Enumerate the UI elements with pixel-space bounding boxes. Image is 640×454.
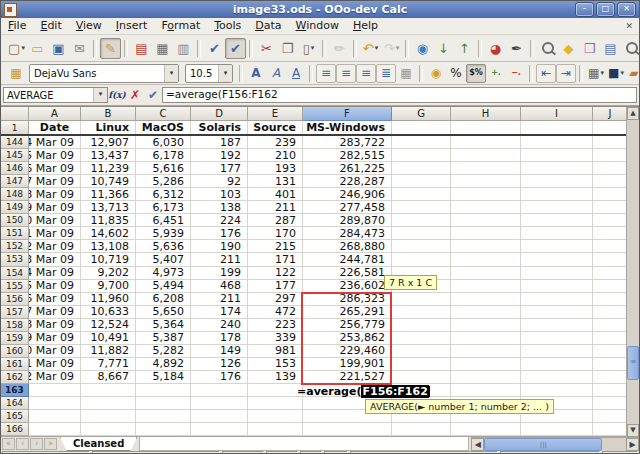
cell-E163[interactable] xyxy=(248,384,303,397)
cell-H1[interactable] xyxy=(451,121,521,134)
navigator-icon[interactable]: ◆ xyxy=(558,38,579,59)
cell-B151[interactable]: 14,602 xyxy=(81,227,136,240)
cell-J162[interactable] xyxy=(593,371,628,384)
vertical-scrollbar-thumb[interactable] xyxy=(627,346,639,380)
cell-E161[interactable]: 153 xyxy=(248,358,303,371)
cell-A156[interactable]: 16 Mar 09 xyxy=(29,293,81,306)
document-close-icon[interactable]: ✕ xyxy=(625,21,633,31)
cell-D148[interactable]: 103 xyxy=(191,188,248,201)
cell-H166[interactable] xyxy=(451,423,521,436)
scroll-up-icon[interactable]: ▲ xyxy=(627,107,639,120)
cell-B162[interactable]: 8,667 xyxy=(81,371,136,384)
cell-E150[interactable]: 287 xyxy=(248,214,303,227)
cell-J150[interactable] xyxy=(593,214,628,227)
cell-F153[interactable]: 244,781 xyxy=(303,253,392,266)
cell-E156[interactable]: 297 xyxy=(248,293,303,306)
align-right-icon[interactable]: ≡ xyxy=(356,64,376,83)
cell-B156[interactable]: 11,960 xyxy=(81,293,136,306)
cell-B161[interactable]: 7,771 xyxy=(81,358,136,371)
vertical-scrollbar[interactable]: ▲ ▼ xyxy=(626,107,639,437)
cell-G166[interactable] xyxy=(392,423,451,436)
cell-C153[interactable]: 5,407 xyxy=(136,253,191,266)
cell-H146[interactable] xyxy=(451,162,521,175)
menu-data[interactable]: Data xyxy=(248,18,288,34)
cell-E145[interactable]: 210 xyxy=(248,149,303,162)
cell-B160[interactable]: 11,882 xyxy=(81,345,136,358)
gallery-icon[interactable]: ❒ xyxy=(579,38,600,59)
cell-E162[interactable]: 139 xyxy=(248,371,303,384)
row-header-161[interactable]: 161 xyxy=(1,358,29,371)
copy-icon[interactable]: ❐ xyxy=(277,38,298,59)
email-icon[interactable]: ✉ xyxy=(69,38,90,59)
cell-A147[interactable]: 7 Mar 09 xyxy=(29,175,81,188)
background-color-icon[interactable]: ▰▾ xyxy=(626,64,640,83)
horizontal-scrollbar[interactable]: ◀ ▶ xyxy=(471,437,639,451)
cell-A166[interactable] xyxy=(29,423,81,436)
column-header-B[interactable]: B xyxy=(81,107,136,121)
print-icon[interactable]: ▦ xyxy=(152,38,173,59)
cell-D1[interactable]: Solaris xyxy=(191,121,248,134)
cell-D161[interactable]: 126 xyxy=(191,358,248,371)
cell-D145[interactable]: 192 xyxy=(191,149,248,162)
cell-G154[interactable] xyxy=(392,267,451,280)
bold-icon[interactable]: A xyxy=(246,64,266,83)
cell-J148[interactable] xyxy=(593,188,628,201)
cell-C147[interactable]: 5,286 xyxy=(136,175,191,188)
row-header-151[interactable]: 151 xyxy=(1,227,29,240)
cell-A163[interactable] xyxy=(29,384,81,397)
cell-F154[interactable]: 226,581 xyxy=(303,267,392,280)
page-preview-icon[interactable]: ▥ xyxy=(173,38,194,59)
cell-G149[interactable] xyxy=(392,201,451,214)
horizontal-scrollbar-track[interactable] xyxy=(602,438,626,451)
cell-G151[interactable] xyxy=(392,227,451,240)
scroll-down-icon[interactable]: ▼ xyxy=(627,424,639,437)
cell-E160[interactable]: 981 xyxy=(248,345,303,358)
cell-I147[interactable] xyxy=(521,175,593,188)
cell-A154[interactable]: 14 Mar 09 xyxy=(29,267,81,280)
cancel-icon[interactable]: ✗ xyxy=(127,88,143,103)
insert-chart-icon[interactable]: ◕ xyxy=(485,38,506,59)
row-header-163[interactable]: 163 xyxy=(1,384,29,397)
menu-window[interactable]: Window xyxy=(289,18,346,34)
column-header-A[interactable]: A xyxy=(29,107,81,121)
cell-I152[interactable] xyxy=(521,240,593,253)
cell-A161[interactable]: 21 Mar 09 xyxy=(29,358,81,371)
row-header-159[interactable]: 159 xyxy=(1,332,29,345)
cell-A146[interactable]: 6 Mar 09 xyxy=(29,162,81,175)
row-header-166[interactable]: 166 xyxy=(1,423,29,436)
cell-E1[interactable]: Source xyxy=(248,121,303,134)
cell-D159[interactable]: 178 xyxy=(191,332,248,345)
cell-B154[interactable]: 9,202 xyxy=(81,267,136,280)
cell-G156[interactable] xyxy=(392,293,451,306)
cell-H157[interactable] xyxy=(451,306,521,319)
cell-H161[interactable] xyxy=(451,358,521,371)
cell-A160[interactable]: 20 Mar 09 xyxy=(29,345,81,358)
cell-G155[interactable] xyxy=(392,280,451,293)
cell-B144[interactable]: 12,907 xyxy=(81,136,136,149)
cell-C154[interactable]: 4,973 xyxy=(136,267,191,280)
minimize-icon[interactable]: – xyxy=(575,2,594,17)
row-header-160[interactable]: 160 xyxy=(1,345,29,358)
font-name-combo-dropdown-icon[interactable]: ▾ xyxy=(164,65,178,82)
cell-G148[interactable] xyxy=(392,188,451,201)
cell-G153[interactable] xyxy=(392,253,451,266)
paste-icon[interactable]: ▯▾ xyxy=(298,38,319,59)
cell-C156[interactable]: 6,208 xyxy=(136,293,191,306)
cell-H144[interactable] xyxy=(451,136,521,149)
cell-G147[interactable] xyxy=(392,175,451,188)
cell-A162[interactable]: 22 Mar 09 xyxy=(29,371,81,384)
horizontal-scrollbar-thumb[interactable] xyxy=(484,438,602,451)
font-size-combo[interactable]: 10.5▾ xyxy=(185,64,233,83)
cell-B164[interactable] xyxy=(81,397,136,410)
cell-A164[interactable] xyxy=(29,397,81,410)
cell-C145[interactable]: 6,178 xyxy=(136,149,191,162)
cell-D154[interactable]: 199 xyxy=(191,267,248,280)
cell-C162[interactable]: 5,184 xyxy=(136,371,191,384)
cell-D157[interactable]: 174 xyxy=(191,306,248,319)
cell-G1[interactable] xyxy=(392,121,451,134)
find-replace-icon[interactable] xyxy=(537,38,558,59)
menu-insert[interactable]: Insert xyxy=(109,18,155,34)
cell-G158[interactable] xyxy=(392,319,451,332)
menu-tools[interactable]: Tools xyxy=(207,18,248,34)
cell-H154[interactable] xyxy=(451,267,521,280)
